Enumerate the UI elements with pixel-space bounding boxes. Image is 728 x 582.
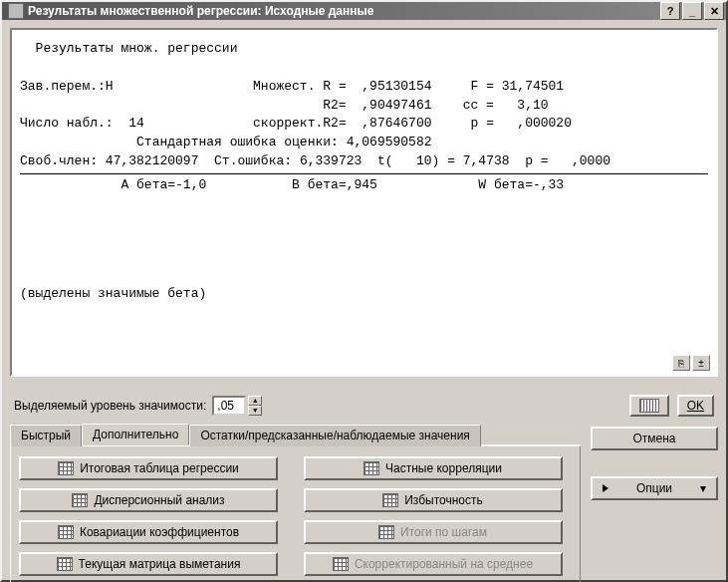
tab-additional[interactable]: Дополнительно <box>82 424 189 445</box>
stats-line-4: Стандартная ошибка оценки: 4,069590582 <box>20 134 708 152</box>
table-icon <box>333 557 349 571</box>
chevron-down-icon: ▾ <box>700 481 706 495</box>
expand-icon[interactable]: ± <box>692 355 710 371</box>
options-button[interactable]: Опции▾ <box>591 476 718 500</box>
alpha-spinner[interactable]: ▲ ▼ <box>248 396 262 416</box>
ok-button[interactable]: OK <box>677 395 714 417</box>
blank-line <box>20 59 708 78</box>
spin-down-icon[interactable]: ▼ <box>248 406 262 416</box>
cancel-button[interactable]: Отмена <box>591 427 718 450</box>
btn-step-summary: Итоги по шагам <box>304 520 563 544</box>
help-button[interactable]: ? <box>660 2 680 20</box>
hr <box>20 173 708 174</box>
options-arrow-icon <box>603 481 608 495</box>
table-icon <box>382 493 398 507</box>
table-icon <box>58 525 74 539</box>
alpha-label: Выделяемый уровень значимости: <box>14 399 206 413</box>
stats-line-3: Число набл.: 14 скоррект.R2= ,87646700 p… <box>20 115 708 134</box>
btn-redundancy[interactable]: Избыточность <box>304 488 563 512</box>
btn-adjusted-mean: Скорректированный на среднее <box>304 552 563 576</box>
alpha-row: Выделяемый уровень значимости: ▲ ▼ OK <box>10 389 718 423</box>
mini-toolbar: ⎘ ± <box>672 355 710 371</box>
results-heading: Результаты множ. регрессии <box>20 40 708 59</box>
summary-icon <box>639 399 659 413</box>
minimize-button[interactable]: _ <box>682 2 702 20</box>
alpha-input[interactable] <box>212 396 246 416</box>
tab-quick[interactable]: Быстрый <box>10 425 82 446</box>
btn-covariances[interactable]: Ковариации коэффициентов <box>19 520 278 544</box>
btn-partial-correlations[interactable]: Частные корреляции <box>304 456 563 480</box>
side-column: Отмена Опции▾ <box>591 423 718 582</box>
btn-anova[interactable]: Дисперсионный анализ <box>19 488 278 512</box>
table-icon <box>57 557 73 571</box>
summary-button[interactable] <box>629 395 669 417</box>
titlebar: Результаты множественной регрессии: Исхо… <box>2 2 726 20</box>
app-icon <box>8 3 24 19</box>
table-icon <box>72 493 88 507</box>
controls-panel: Выделяемый уровень значимости: ▲ ▼ OK Бы… <box>2 385 726 582</box>
table-icon <box>378 525 394 539</box>
footnote: (выделены значимые бета) <box>20 285 708 304</box>
window-title: Результаты множественной регрессии: Исхо… <box>28 4 658 18</box>
beta-line: A бета=-1,0 B бета=,945 W бета=-,33 <box>20 176 708 195</box>
results-panel: Результаты множ. регрессии Зав.перем.:Н … <box>10 28 718 377</box>
stats-line-2: R2= ,90497461 сс = 3,10 <box>20 97 708 116</box>
tab-bar: Быстрый Дополнительно Остатки/предсказан… <box>10 423 581 445</box>
close-button[interactable]: ✕ <box>704 2 724 20</box>
stats-line-5: Своб.член: 47,382120097 Ст.ошибка: 6,339… <box>20 152 708 171</box>
stats-line-1: Зав.перем.:Н Множест. R = ,95130154 F = … <box>20 78 708 97</box>
app-window: Результаты множественной регрессии: Исхо… <box>0 0 728 582</box>
tab-panel: Итоговая таблица регрессии Частные корре… <box>10 445 581 582</box>
tab-residuals[interactable]: Остатки/предсказанные/наблюдаемые значен… <box>189 425 481 446</box>
spin-up-icon[interactable]: ▲ <box>248 396 262 406</box>
btn-sweep-matrix[interactable]: Текущая матрица выметания <box>19 552 278 576</box>
copy-icon[interactable]: ⎘ <box>672 355 690 371</box>
btn-regression-summary[interactable]: Итоговая таблица регрессии <box>19 456 278 480</box>
table-icon <box>364 461 379 475</box>
table-icon <box>58 461 74 475</box>
